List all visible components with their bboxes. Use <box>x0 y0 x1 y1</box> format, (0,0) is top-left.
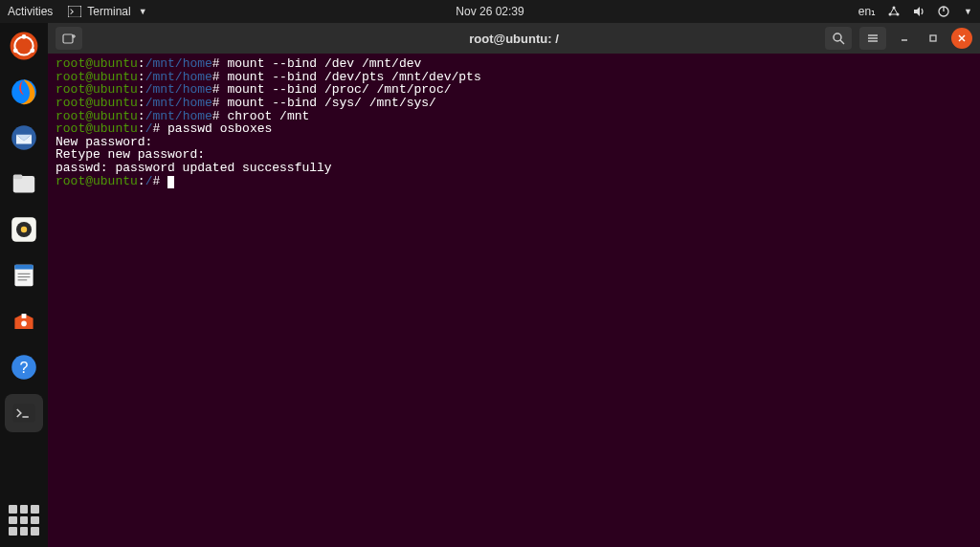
terminal-body[interactable]: root@ubuntu:/mnt/home# mount --bind /dev… <box>48 54 980 547</box>
dock-libreoffice-writer[interactable] <box>5 256 43 295</box>
svg-rect-38 <box>930 35 936 41</box>
minimize-button[interactable] <box>894 28 915 49</box>
terminal-header-bar: root@ubuntu: / <box>48 23 980 54</box>
svg-rect-23 <box>22 314 27 318</box>
svg-rect-19 <box>14 265 33 270</box>
svg-rect-0 <box>68 6 81 17</box>
svg-text:?: ? <box>20 360 29 376</box>
dock-files[interactable] <box>5 164 43 203</box>
svg-point-24 <box>21 321 27 327</box>
terminal-line: root@ubuntu:/mnt/home# mount --bind /dev… <box>56 57 972 71</box>
terminal-window: root@ubuntu: / root@ubuntu:/mnt/ <box>48 23 980 547</box>
search-button[interactable] <box>825 27 852 50</box>
dock-ubuntu-launcher[interactable] <box>5 27 43 65</box>
svg-line-33 <box>840 40 844 44</box>
volume-icon[interactable] <box>912 5 925 18</box>
hamburger-menu-button[interactable] <box>859 27 886 50</box>
dock: ? <box>0 23 48 547</box>
dock-firefox[interactable] <box>5 73 43 111</box>
terminal-line: root@ubuntu:/mnt/home# mount --bind /dev… <box>56 71 972 84</box>
window-title: root@ubuntu: / <box>469 32 559 46</box>
svg-rect-14 <box>13 174 23 179</box>
svg-point-32 <box>834 33 841 41</box>
close-button[interactable] <box>951 28 972 49</box>
dock-help[interactable]: ? <box>5 348 43 386</box>
clock[interactable]: Nov 26 02:39 <box>456 5 523 18</box>
terminal-prompt[interactable]: root@ubuntu:/# <box>56 175 972 188</box>
dock-show-applications[interactable] <box>9 505 39 536</box>
dock-thunderbird[interactable] <box>5 119 43 157</box>
svg-point-17 <box>21 227 27 232</box>
input-language-indicator[interactable]: en₁ <box>858 5 876 18</box>
chevron-down-icon[interactable]: ▼ <box>964 7 972 16</box>
svg-rect-29 <box>63 34 73 43</box>
terminal-line: root@ubuntu:/mnt/home# mount --bind /pro… <box>56 83 972 97</box>
new-tab-button[interactable] <box>56 27 82 50</box>
svg-point-9 <box>13 48 18 53</box>
dock-terminal[interactable] <box>5 394 43 432</box>
power-icon[interactable] <box>937 5 950 18</box>
svg-point-10 <box>30 48 34 53</box>
dock-rhythmbox[interactable] <box>5 210 43 249</box>
network-icon[interactable] <box>887 5 901 18</box>
app-menu-label: Terminal <box>87 5 130 18</box>
chevron-down-icon: ▼ <box>139 7 147 16</box>
workspace: root@ubuntu: / root@ubuntu:/mnt/ <box>48 23 980 547</box>
terminal-line: root@ubuntu:/mnt/home# mount --bind /sys… <box>56 97 972 110</box>
svg-point-8 <box>22 34 27 39</box>
svg-rect-27 <box>13 404 34 422</box>
maximize-button[interactable] <box>923 28 944 49</box>
terminal-icon <box>68 6 81 17</box>
app-menu[interactable]: Terminal ▼ <box>68 5 146 18</box>
terminal-cursor <box>167 176 174 188</box>
activities-button[interactable]: Activities <box>8 5 53 18</box>
terminal-output-line: Retype new password: <box>56 148 972 162</box>
terminal-line: root@ubuntu:/mnt/home# chroot /mnt <box>56 110 972 123</box>
terminal-line: root@ubuntu:/# passwd osboxes <box>56 122 972 136</box>
terminal-output-line: New password: <box>56 136 972 149</box>
terminal-output-line: passwd: password updated successfully <box>56 162 972 175</box>
dock-ubuntu-software[interactable] <box>5 302 43 340</box>
gnome-top-bar: Activities Terminal ▼ Nov 26 02:39 en₁ ▼ <box>0 0 980 23</box>
